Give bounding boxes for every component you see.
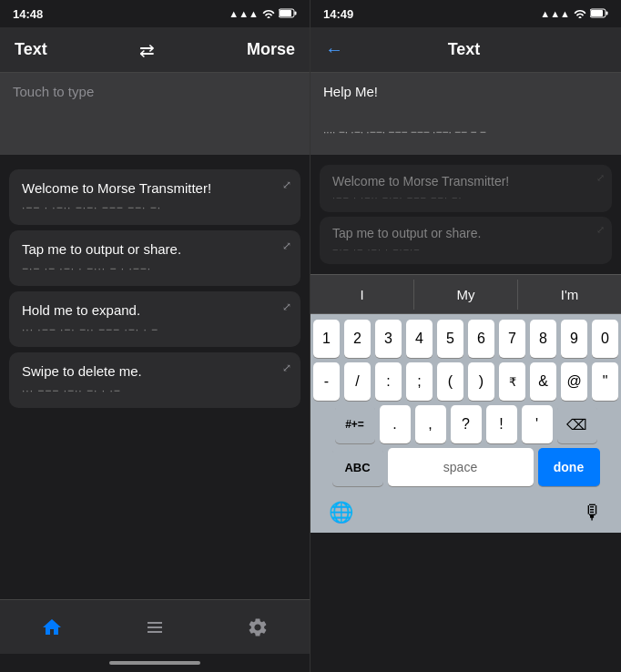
- key-done[interactable]: done: [538, 448, 600, 486]
- wifi-icon: [262, 8, 275, 20]
- right-panel: 14:49 ▲▲▲ ← Text Help Me! ···· −·: [310, 0, 621, 672]
- right-card-2-morse: −·− ·− ·−· · −·−·−: [332, 244, 599, 255]
- right-morse-output: ···· −· ·−· ·−−· −−− −−− ·−−· −− − −: [310, 118, 621, 155]
- back-button[interactable]: ←: [325, 39, 343, 60]
- key-colon[interactable]: :: [375, 362, 402, 401]
- svg-rect-2: [280, 10, 291, 16]
- autocomplete-3[interactable]: I'm: [518, 280, 621, 310]
- right-input-wrapper: Help Me! ···· −· ·−· ·−−· −−− −−− ·−−· −…: [310, 73, 621, 155]
- left-indicator-bar: [109, 661, 200, 665]
- key-apostrophe[interactable]: ': [522, 405, 553, 443]
- card-2[interactable]: ⤢ Tap me to output or share. −·− ·− ·−· …: [9, 230, 300, 286]
- card-4[interactable]: ⤢ Swipe to delete me. ··· −−− ·−·· −· · …: [9, 352, 300, 408]
- key-comma[interactable]: ,: [415, 405, 446, 443]
- autocomplete-1[interactable]: I: [310, 280, 414, 310]
- cards-list: ⤢ Welcome to Morse Transmitter! ·−− · ·−…: [0, 155, 310, 599]
- left-status-bar: 14:48 ▲▲▲: [0, 0, 310, 27]
- right-wifi-icon: [574, 8, 586, 20]
- keyboard-row-special: #+= . , ? ! ' ⌫: [313, 405, 618, 443]
- right-card-2[interactable]: ⤢ Tap me to output or share. −·− ·− ·−· …: [320, 217, 612, 264]
- autocomplete-2[interactable]: My: [414, 280, 518, 310]
- keyboard-row-numbers: 1 2 3 4 5 6 7 8 9 0: [313, 320, 618, 358]
- right-status-bar: 14:49 ▲▲▲: [310, 0, 621, 27]
- card-3-morse: ··· ·−− ·−· −·· −−− ·−· · −: [22, 323, 288, 336]
- swap-icon[interactable]: ⇄: [139, 39, 155, 61]
- right-card-1[interactable]: ⤢ Welcome to Morse Transmitter! ·−− · ·−…: [320, 165, 612, 212]
- left-panel: 14:48 ▲▲▲ Text ⇄ Morse Touch to type: [0, 0, 310, 672]
- key-7[interactable]: 7: [499, 320, 525, 358]
- keyboard: 1 2 3 4 5 6 7 8 9 0 - / : ; ( ) ₹ & @ " …: [310, 314, 621, 493]
- key-4[interactable]: 4: [406, 320, 433, 358]
- key-open-paren[interactable]: (: [437, 362, 463, 401]
- card-1-morse: ·−− · ·−·· −·−· −−− −−· −·: [22, 201, 288, 214]
- right-expand-icon-2: ⤢: [596, 224, 605, 236]
- left-home-indicator: [0, 654, 310, 672]
- right-time: 14:49: [323, 7, 353, 21]
- expand-icon-1: ⤢: [282, 178, 291, 191]
- right-battery-icon: [590, 8, 608, 20]
- card-2-morse: −·− ·− ·−· · −··· − · ·−−·: [22, 262, 288, 275]
- expand-icon-2: ⤢: [282, 239, 291, 252]
- input-placeholder: Touch to type: [13, 84, 94, 99]
- globe-icon[interactable]: 🌐: [329, 501, 353, 524]
- key-close-paren[interactable]: ): [468, 362, 494, 401]
- key-6[interactable]: 6: [468, 320, 494, 358]
- nav-settings[interactable]: [247, 616, 269, 638]
- svg-rect-5: [591, 10, 603, 16]
- signal-icon: ▲▲▲: [229, 8, 259, 19]
- card-4-morse: ··· −−− ·−·· −· · ·−: [22, 384, 288, 397]
- key-exclaim[interactable]: !: [486, 405, 517, 443]
- card-1[interactable]: ⤢ Welcome to Morse Transmitter! ·−− · ·−…: [9, 169, 300, 225]
- card-3[interactable]: ⤢ Hold me to expand. ··· ·−− ·−· −·· −−−…: [9, 291, 300, 347]
- key-0[interactable]: 0: [592, 320, 618, 358]
- left-status-icons: ▲▲▲: [229, 8, 297, 20]
- key-5[interactable]: 5: [437, 320, 463, 358]
- svg-rect-1: [295, 11, 297, 15]
- right-card-2-title: Tap me to output or share.: [332, 226, 599, 240]
- key-dash[interactable]: -: [313, 362, 340, 401]
- left-time: 14:48: [13, 7, 43, 21]
- key-9[interactable]: 9: [561, 320, 587, 358]
- card-2-title: Tap me to output or share.: [22, 241, 288, 257]
- right-status-icons: ▲▲▲: [540, 8, 608, 20]
- right-card-1-morse: ·−− · ·−·· −·−· −−− −−· −·: [332, 192, 599, 203]
- right-card-1-title: Welcome to Morse Transmitter!: [332, 174, 599, 188]
- backspace-key[interactable]: ⌫: [557, 405, 597, 443]
- text-input-area[interactable]: Touch to type: [0, 73, 310, 155]
- key-space[interactable]: space: [388, 448, 534, 486]
- right-expand-icon-1: ⤢: [596, 172, 605, 184]
- keyboard-row-bottom: ABC space done: [313, 448, 618, 486]
- card-1-title: Welcome to Morse Transmitter!: [22, 180, 288, 196]
- right-title: Text: [448, 40, 481, 59]
- left-text-label: Text: [15, 40, 47, 59]
- key-8[interactable]: 8: [530, 320, 556, 358]
- key-period[interactable]: .: [380, 405, 411, 443]
- keyboard-row-symbols: - / : ; ( ) ₹ & @ ": [313, 362, 618, 401]
- key-abc[interactable]: ABC: [332, 448, 383, 486]
- key-1[interactable]: 1: [313, 320, 340, 358]
- autocomplete-bar: I My I'm: [310, 274, 621, 314]
- key-semicolon[interactable]: ;: [406, 362, 433, 401]
- key-symbol-toggle[interactable]: #+=: [335, 405, 375, 443]
- nav-library[interactable]: [144, 616, 166, 638]
- mic-icon[interactable]: 🎙: [583, 501, 603, 524]
- key-slash[interactable]: /: [344, 362, 371, 401]
- card-4-title: Swipe to delete me.: [22, 363, 288, 379]
- key-2[interactable]: 2: [344, 320, 371, 358]
- battery-icon: [279, 8, 297, 20]
- key-rupee[interactable]: ₹: [499, 362, 525, 401]
- right-bottom-bar: 🌐 🎙: [310, 493, 621, 533]
- key-at[interactable]: @: [561, 362, 587, 401]
- card-3-title: Hold me to expand.: [22, 302, 288, 318]
- right-cards: ⤢ Welcome to Morse Transmitter! ·−− · ·−…: [310, 155, 621, 274]
- right-text-content[interactable]: Help Me!: [310, 73, 621, 118]
- nav-home[interactable]: [41, 616, 63, 638]
- key-ampersand[interactable]: &: [530, 362, 556, 401]
- key-quote[interactable]: ": [592, 362, 618, 401]
- expand-icon-4: ⤢: [282, 361, 291, 374]
- svg-rect-4: [606, 11, 608, 15]
- key-3[interactable]: 3: [375, 320, 402, 358]
- expand-icon-3: ⤢: [282, 300, 291, 313]
- key-question[interactable]: ?: [451, 405, 482, 443]
- bottom-nav: [0, 599, 310, 654]
